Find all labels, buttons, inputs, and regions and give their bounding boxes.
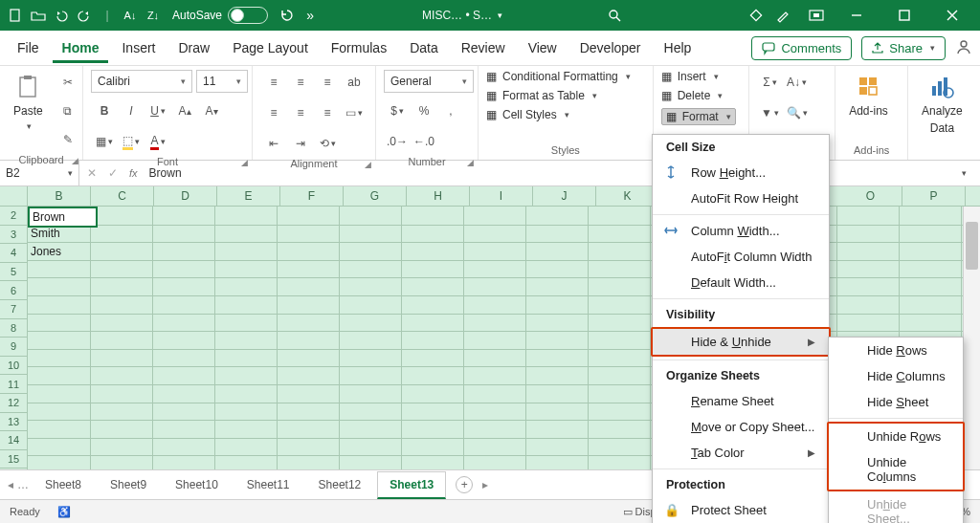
- align-right-icon[interactable]: ≡: [315, 101, 340, 124]
- format-table-button[interactable]: ▦Format as Table▾: [486, 89, 631, 102]
- orientation-icon[interactable]: ⟲▾: [315, 132, 340, 155]
- format-cells-button[interactable]: ▦Format▾: [661, 108, 736, 125]
- cut-icon[interactable]: ✂: [56, 71, 80, 94]
- italic-button[interactable]: I: [119, 99, 144, 122]
- row-header[interactable]: 5: [0, 263, 27, 282]
- menu-row-height[interactable]: Row Height...: [653, 160, 829, 185]
- col-header[interactable]: G: [344, 186, 407, 206]
- select-all-corner[interactable]: [0, 186, 28, 206]
- cell[interactable]: Jones: [28, 243, 94, 260]
- sheet-tab[interactable]: Sheet10: [163, 471, 231, 498]
- align-center-icon[interactable]: ≡: [288, 101, 313, 124]
- menu-hide-unhide[interactable]: Hide & Unhide▶: [653, 329, 829, 355]
- menu-unhide-columns[interactable]: Unhide Columns: [829, 449, 963, 490]
- tab-nav-prev-icon[interactable]: ◂: [8, 478, 13, 491]
- user-icon[interactable]: [955, 38, 972, 58]
- brush-icon[interactable]: [771, 8, 796, 23]
- col-header[interactable]: B: [28, 186, 91, 206]
- font-size-select[interactable]: 11▾: [196, 70, 248, 93]
- border-button[interactable]: ▦▾: [92, 130, 117, 153]
- refresh-icon[interactable]: [279, 8, 295, 23]
- bold-button[interactable]: B: [92, 99, 117, 122]
- underline-button[interactable]: U▾: [145, 99, 170, 122]
- cell-styles-button[interactable]: ▦Cell Styles▾: [486, 108, 631, 121]
- tab-draw[interactable]: Draw: [168, 33, 219, 63]
- menu-autofit-row[interactable]: AutoFit Row Height: [653, 185, 829, 211]
- row-header[interactable]: 9: [0, 338, 27, 357]
- conditional-formatting-button[interactable]: ▦Conditional Formatting▾: [486, 70, 631, 83]
- autosave-toggle[interactable]: AutoSave: [172, 7, 268, 24]
- tab-file[interactable]: File: [8, 33, 49, 63]
- fill-icon[interactable]: ▼▾: [758, 101, 783, 124]
- menu-unhide-rows[interactable]: Unhide Rows: [829, 424, 963, 449]
- row-header[interactable]: 2: [0, 207, 27, 226]
- col-header[interactable]: O: [839, 186, 902, 206]
- row-header[interactable]: 10: [0, 357, 27, 376]
- sheet-tab[interactable]: Sheet12: [306, 471, 374, 498]
- sort-asc-icon[interactable]: A↓: [122, 8, 138, 23]
- tab-insert[interactable]: Insert: [112, 33, 165, 63]
- col-header[interactable]: J: [533, 186, 596, 206]
- col-header[interactable]: I: [470, 186, 533, 206]
- active-cell[interactable]: Brown: [28, 207, 98, 228]
- new-file-icon[interactable]: [8, 8, 23, 23]
- tab-nav-next-icon[interactable]: ▸: [482, 478, 488, 491]
- percent-icon[interactable]: %: [412, 99, 436, 122]
- col-header[interactable]: K: [596, 186, 659, 206]
- menu-move-copy[interactable]: Move or Copy Sheet...: [653, 414, 829, 440]
- col-header[interactable]: P: [902, 186, 966, 206]
- col-header[interactable]: F: [280, 186, 344, 206]
- align-middle-icon[interactable]: ≡: [288, 71, 313, 94]
- tab-view[interactable]: View: [519, 33, 567, 63]
- new-sheet-icon[interactable]: +: [456, 476, 473, 493]
- tab-help[interactable]: Help: [655, 33, 702, 63]
- sort-filter-icon[interactable]: A↓▾: [785, 71, 810, 94]
- share-button[interactable]: Share▾: [861, 36, 946, 60]
- undo-icon[interactable]: [54, 8, 69, 23]
- indent-decrease-icon[interactable]: ⇤: [261, 132, 286, 155]
- row-header[interactable]: 8: [0, 319, 27, 338]
- tab-developer[interactable]: Developer: [570, 33, 651, 63]
- align-bottom-icon[interactable]: ≡: [315, 71, 340, 94]
- font-name-select[interactable]: Calibri▾: [91, 70, 192, 93]
- number-format-select[interactable]: General▾: [384, 70, 474, 93]
- menu-hide-rows[interactable]: Hide Rows: [829, 338, 963, 363]
- wrap-text-icon[interactable]: ab: [342, 71, 367, 94]
- menu-column-width[interactable]: Column Width...: [653, 218, 829, 244]
- sheet-tab[interactable]: Sheet11: [234, 471, 302, 498]
- row-header[interactable]: 12: [0, 394, 27, 413]
- maximize-button[interactable]: [882, 0, 926, 31]
- tab-review[interactable]: Review: [452, 33, 515, 63]
- tab-home[interactable]: Home: [53, 33, 109, 63]
- app-switch-icon[interactable]: [804, 8, 829, 23]
- decrease-font-icon[interactable]: A▾: [199, 99, 224, 122]
- accessibility-icon[interactable]: ♿: [57, 506, 71, 518]
- menu-hide-columns[interactable]: Hide Columns: [829, 363, 963, 389]
- open-folder-icon[interactable]: [31, 8, 46, 23]
- tab-formulas[interactable]: Formulas: [322, 33, 396, 63]
- row-header[interactable]: 7: [0, 300, 27, 319]
- paste-button[interactable]: Paste▾: [8, 70, 49, 135]
- tab-page-layout[interactable]: Page Layout: [223, 33, 318, 63]
- vertical-scrollbar[interactable]: [963, 207, 980, 469]
- font-color-button[interactable]: A▾: [145, 130, 170, 153]
- row-header[interactable]: 13: [0, 413, 27, 432]
- align-left-icon[interactable]: ≡: [261, 101, 286, 124]
- comma-icon[interactable]: ,: [438, 99, 463, 122]
- minimize-button[interactable]: [835, 0, 879, 31]
- align-top-icon[interactable]: ≡: [261, 71, 286, 94]
- menu-tab-color[interactable]: Tab Color▶: [653, 440, 829, 466]
- menu-autofit-col[interactable]: AutoFit Column Width: [653, 244, 829, 270]
- delete-cells-button[interactable]: ▦Delete▾: [661, 89, 736, 102]
- col-header[interactable]: D: [154, 186, 217, 206]
- increase-decimal-icon[interactable]: .0→: [385, 130, 410, 153]
- col-header[interactable]: C: [91, 186, 154, 206]
- row-header[interactable]: 3: [0, 226, 27, 245]
- sheet-tab[interactable]: Sheet8: [33, 471, 94, 498]
- tab-data[interactable]: Data: [400, 33, 448, 63]
- comments-button[interactable]: Comments: [751, 36, 852, 60]
- autosum-icon[interactable]: Σ▾: [758, 71, 783, 94]
- close-button[interactable]: [930, 0, 974, 31]
- decrease-decimal-icon[interactable]: ←.0: [412, 130, 436, 153]
- row-header[interactable]: 6: [0, 281, 27, 300]
